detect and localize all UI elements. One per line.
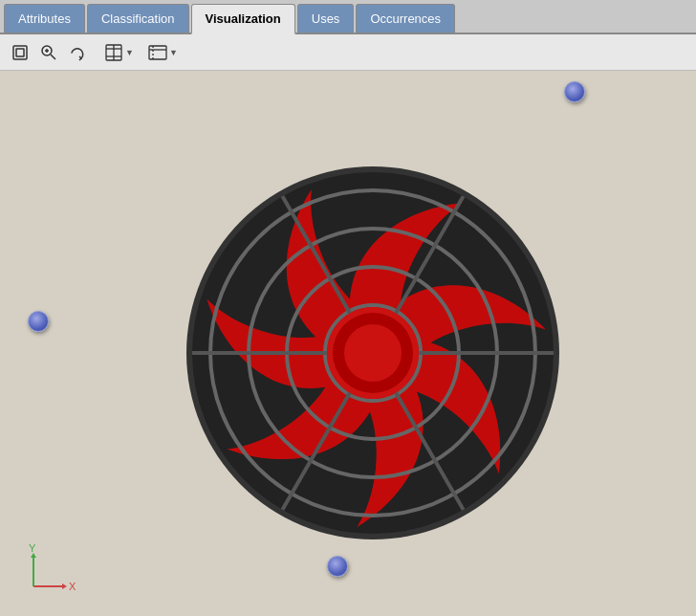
- fit-view-button[interactable]: [8, 40, 33, 65]
- tab-uses[interactable]: Uses: [297, 4, 355, 33]
- svg-text:X: X: [69, 581, 76, 592]
- svg-rect-1: [16, 49, 24, 56]
- svg-text:Y: Y: [29, 543, 36, 554]
- dropdown-arrow-2-icon: ▼: [169, 48, 178, 57]
- svg-marker-9: [62, 583, 67, 589]
- axis-indicator: X Y: [19, 543, 76, 601]
- handle-left[interactable]: [28, 311, 49, 332]
- render-mode-dropdown[interactable]: ▼: [147, 42, 178, 63]
- dropdown-arrow-icon: ▼: [125, 48, 134, 57]
- zoom-button[interactable]: [36, 40, 61, 65]
- tab-bar: Attributes Classification Visualization …: [0, 0, 696, 34]
- handle-top-right[interactable]: [564, 81, 585, 102]
- 3d-canvas[interactable]: [0, 71, 696, 616]
- toolbar: ▼ ▼: [0, 34, 696, 71]
- tab-attributes[interactable]: Attributes: [4, 4, 85, 33]
- display-mode-dropdown[interactable]: ▼: [103, 42, 134, 63]
- rotate-button[interactable]: [65, 40, 90, 65]
- tab-classification[interactable]: Classification: [87, 4, 189, 33]
- viewport[interactable]: X Y: [0, 71, 696, 616]
- svg-rect-7: [149, 46, 166, 59]
- tab-occurrences[interactable]: Occurrences: [356, 4, 455, 33]
- svg-line-3: [51, 55, 55, 59]
- svg-rect-0: [13, 46, 27, 59]
- tab-visualization[interactable]: Visualization: [191, 4, 295, 34]
